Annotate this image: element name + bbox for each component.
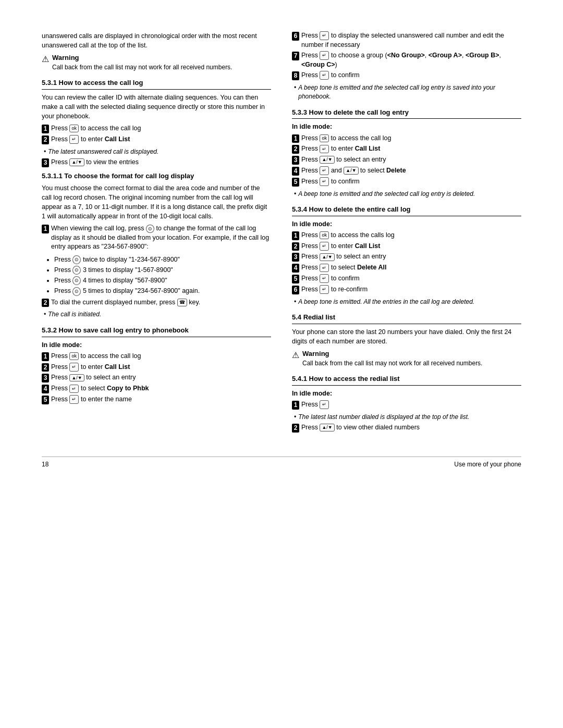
nav-ud-icon: ▲/▼ [69, 158, 84, 166]
section-534-title: 5.3.4 How to delete the entire call log [292, 205, 521, 216]
section-531-title: 5.3.1 How to access the call log [42, 78, 271, 90]
step-532-5: 5 Press ↵ to enter the name [42, 395, 271, 404]
note-cont: A beep tone is emitted and the selected … [294, 83, 521, 102]
step-num: 1 [292, 401, 299, 410]
circle-icon: ⊙ [72, 255, 81, 264]
step-num: 6 [292, 286, 299, 294]
handset-icon: ☎ [177, 299, 187, 306]
step-content: Press ▲/▼ to view the entries [51, 158, 271, 167]
step-531-1: 1 Press ok to access the call log [42, 124, 271, 133]
warning-icon-2: ⚠ [292, 349, 299, 361]
menu-icon: ↵ [320, 177, 329, 186]
nav-ud-icon: ▲/▼ [320, 156, 334, 164]
section-54-intro: Your phone can store the last 20 numbers… [292, 327, 521, 346]
step-532-2: 2 Press ↵ to enter Call List [42, 363, 271, 372]
step-533-2: 2 Press ↵ to enter Call List [292, 144, 521, 154]
ok-icon: ok [69, 352, 79, 360]
step-532-3: 3 Press ▲/▼ to select an entry [42, 373, 271, 382]
circle-icon: ⊙ [72, 276, 81, 285]
warning-content-2: Warning Call back from the call list may… [302, 349, 482, 368]
step-content: Press ↵ to confirm [301, 274, 521, 283]
section-541-step2: 2 Press ▲/▼ to view other dialed numbers [292, 423, 521, 433]
section-531-intro: You can review the caller ID with altern… [42, 93, 271, 121]
circle-btn-icon: ⊙ [146, 225, 154, 233]
warning-icon-1: ⚠ [42, 53, 49, 65]
step-content: Press ok to access the call log [301, 134, 521, 143]
step-534-5: 5 Press ↵ to confirm [292, 274, 521, 283]
step-num: 7 [292, 52, 299, 60]
menu-icon: ↵ [69, 363, 79, 372]
warning-content-1: Warning Call back from the call list may… [52, 53, 232, 72]
section-532-title: 5.3.2 How to save call log entry to phon… [42, 326, 271, 337]
step-533-5: 5 Press ↵ to confirm [292, 177, 521, 187]
section-541-title: 5.4.1 How to access the redial list [292, 374, 521, 386]
intro-text: unanswered calls are displayed in chrono… [42, 31, 271, 50]
step-541-2: 2 Press ▲/▼ to view other dialed numbers [292, 423, 521, 433]
warning-block-2: ⚠ Warning Call back from the call list m… [292, 349, 521, 368]
idle-mode-534: In idle mode: [292, 219, 521, 229]
warning-title-1: Warning [52, 53, 232, 63]
format-bullets: Press ⊙ twice to display "1-234-567-8900… [54, 255, 271, 296]
step-content: Press ↵ to choose a group (<No Group>, <… [301, 51, 521, 69]
circle-icon: ⊙ [72, 287, 81, 296]
warning-title-2: Warning [302, 349, 482, 359]
step-531-3: 3 Press ▲/▼ to view the entries [42, 158, 271, 167]
step-content: Press ↵ [301, 400, 521, 410]
step-532-1: 1 Press ok to access the call log [42, 352, 271, 361]
format-bullet-4: Press ⊙ 5 times to display "234-567-8900… [54, 286, 271, 295]
step-534-2: 2 Press ↵ to enter Call List [292, 242, 521, 251]
step-content: Press ▲/▼ to select an entry [301, 155, 521, 165]
section-532-steps: 1 Press ok to access the call log 2 Pres… [42, 352, 271, 404]
step-num: 5 [42, 396, 49, 404]
step-content: Press ok to access the call log [51, 352, 271, 361]
step-num: 1 [42, 125, 49, 133]
step-num: 3 [42, 374, 49, 382]
menu-icon: ↵ [320, 274, 329, 283]
step-num: 3 [42, 158, 49, 167]
step-541-1: 1 Press ↵ [292, 400, 521, 410]
idle-mode-532: In idle mode: [42, 340, 271, 350]
section-54-title: 5.4 Redial list [292, 313, 521, 324]
warning-text-1: Call back from the call list may not wor… [52, 63, 232, 72]
step-num: 6 [292, 32, 299, 41]
step-content: Press ↵ to display the selected unanswer… [301, 31, 521, 50]
step-content: Press ok to access the calls log [301, 231, 521, 240]
menu-icon: ↵ [320, 166, 329, 175]
idle-mode-533: In idle mode: [292, 122, 521, 131]
menu-icon: ↵ [320, 145, 329, 154]
menu-icon: ↵ [320, 264, 329, 273]
format-bullet-1: Press ⊙ twice to display "1-234-567-8900… [54, 255, 271, 264]
footer-right: Use more of your phone [454, 460, 521, 469]
step-num: 2 [292, 145, 299, 154]
warning-text-2: Call back from the call list may not wor… [302, 359, 482, 368]
step-num: 1 [42, 352, 49, 361]
nav-ud-icon: ▲/▼ [320, 253, 334, 261]
step-num: 3 [292, 253, 299, 262]
step-content: Press ▲/▼ to select an entry [301, 252, 521, 262]
step-cont-7: 7 Press ↵ to choose a group (<No Group>,… [292, 51, 521, 69]
menu-icon: ↵ [320, 31, 329, 40]
step-content: Press ↵ to enter Call List [51, 363, 271, 372]
section-533-steps: 1 Press ok to access the call log 2 Pres… [292, 134, 521, 187]
step-num: 1 [292, 231, 299, 240]
step-num: 4 [292, 167, 299, 176]
format-bullet-2: Press ⊙ 3 times to display "1-567-8900" [54, 265, 271, 275]
warning-block-1: ⚠ Warning Call back from the call list m… [42, 53, 271, 72]
menu-icon: ↵ [320, 242, 329, 251]
step-content: Press ↵ to enter the name [51, 395, 271, 404]
ok-icon: ok [320, 231, 329, 239]
step-533-1: 1 Press ok to access the call log [292, 134, 521, 143]
step-num: 1 [42, 225, 49, 233]
step-534-4: 4 Press ↵ to select Delete All [292, 263, 521, 273]
step-content: To dial the current displayed number, pr… [51, 298, 271, 307]
step-num: 2 [292, 424, 299, 433]
step-5311-2: 2 To dial the current displayed number, … [42, 298, 271, 307]
step-content: Press ↵ to enter Call List [51, 135, 271, 144]
format-bullet-3: Press ⊙ 4 times to display "567-8900" [54, 276, 271, 285]
step-num: 5 [292, 178, 299, 187]
note-533: A beep tone is emitted and the selected … [294, 190, 521, 199]
step-content: Press ↵ to enter Call List [301, 144, 521, 154]
section-533-title: 5.3.3 How to delete the call log entry [292, 108, 521, 119]
menu-icon: ↵ [320, 51, 329, 60]
note-531: The latest unanswered call is displayed. [44, 147, 271, 156]
